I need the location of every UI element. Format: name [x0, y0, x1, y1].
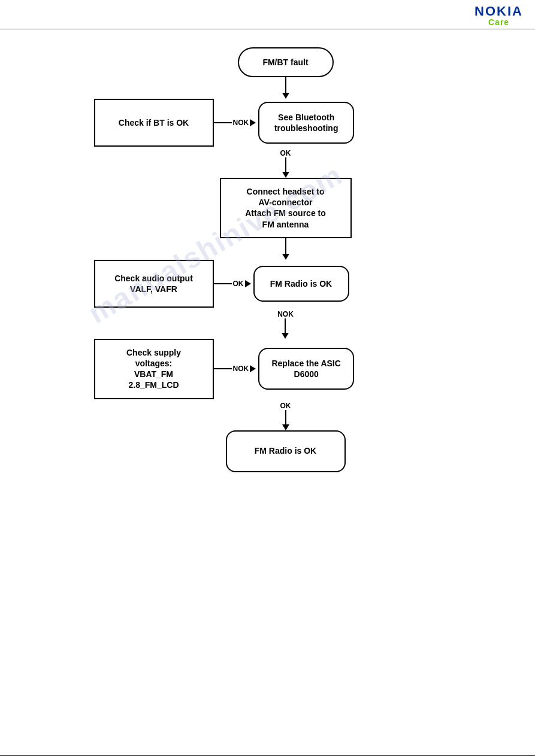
node4-ok-label: OK: [280, 402, 291, 410]
node3-row: Check audio output VALF, VAFR OK FM Radi…: [58, 260, 477, 308]
flowchart: FM/BT fault Check if BT is OK: [58, 47, 477, 484]
care-brand-text: Care: [488, 18, 509, 26]
node4-side-box: Replace the ASIC D6000: [258, 348, 354, 390]
node3-box: Check audio output VALF, VAFR: [94, 260, 214, 308]
node1-row: Check if BT is OK NOK See Bluetooth trou…: [58, 99, 477, 147]
node1-ok-label: OK: [280, 149, 291, 157]
node1-col: Check if BT is OK: [94, 99, 214, 147]
node5-box: FM Radio is OK: [226, 430, 346, 472]
node3-nok-label: NOK: [277, 310, 294, 318]
header: NOKIA Care: [0, 0, 535, 29]
node3-label: Check audio output VALF, VAFR: [114, 273, 193, 294]
nokia-logo: NOKIA Care: [474, 5, 523, 26]
node4-nok-label: NOK: [233, 365, 249, 373]
node3-side-box: FM Radio is OK: [253, 266, 349, 302]
node1-side-box: See Bluetooth troubleshooting: [258, 102, 354, 144]
node1-nok-label: NOK: [233, 119, 249, 127]
node4-col: Check supply voltages: VBAT_FM 2.8_FM_LC…: [94, 339, 214, 399]
start-node-label: FM/BT fault: [262, 57, 308, 68]
node4-side-label: Replace the ASIC D6000: [271, 358, 340, 379]
node2-box: Connect headset to AV-connector Attach F…: [220, 178, 352, 238]
node1-label: Check if BT is OK: [119, 117, 189, 128]
node1-box: Check if BT is OK: [94, 99, 214, 147]
node3-ok-label: OK: [233, 280, 244, 288]
node3-col: Check audio output VALF, VAFR: [94, 260, 214, 308]
nokia-brand-text: NOKIA: [474, 5, 523, 18]
node5-label: FM Radio is OK: [255, 445, 316, 456]
node1-side-label: See Bluetooth troubleshooting: [274, 112, 338, 133]
node4-box: Check supply voltages: VBAT_FM 2.8_FM_LC…: [94, 339, 214, 399]
main-content: FM/BT fault Check if BT is OK: [0, 29, 535, 502]
start-node: FM/BT fault: [238, 47, 334, 77]
node3-side-label: FM Radio is OK: [270, 278, 332, 289]
page: NOKIA Care manualshinive.com FM/BT fault: [0, 0, 535, 756]
node4-label: Check supply voltages: VBAT_FM 2.8_FM_LC…: [126, 347, 181, 391]
node4-row: Check supply voltages: VBAT_FM 2.8_FM_LC…: [58, 339, 477, 399]
node2-label: Connect headset to AV-connector Attach F…: [245, 186, 326, 230]
